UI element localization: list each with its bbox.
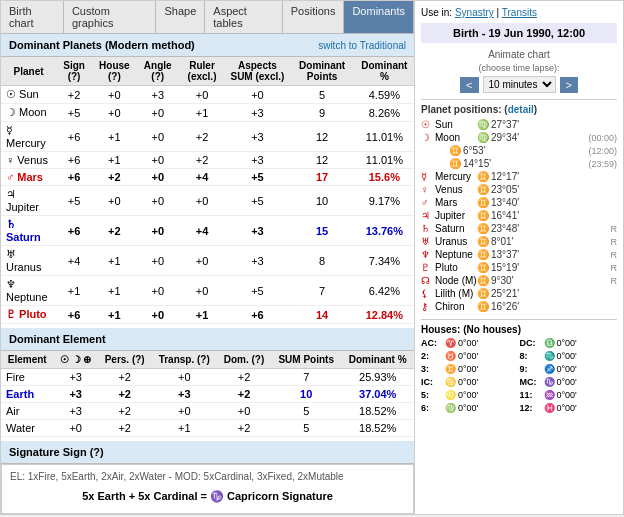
house-sign: ♎ [544,338,555,348]
planet-aspects: +0 [225,86,289,104]
element-name: Fire [1,369,53,386]
planet-ruler: +2 [179,152,226,169]
pos-sign: ♊ [477,197,491,208]
dominant-planets-table: Planet Sign (?) House (?) Angle (?) Rule… [1,57,414,324]
elem-col-pers: Pers. (?) [98,351,152,369]
planet-sign: +2 [56,86,92,104]
planet-house: +0 [92,86,137,104]
tab-dominants[interactable]: Dominants [344,1,414,33]
pos-symbol: ♀ [421,184,435,195]
planet-pct: 11.01% [355,122,414,152]
tab-shape[interactable]: Shape [156,1,205,33]
house-sign: ♒ [544,390,555,400]
planet-positions-section: Planet positions: (detail) ☉Sun♍ 27°37'☽… [421,104,617,313]
animate-sublabel: (choose time lapse): [421,63,617,73]
use-in-section: Use in: Synastry | Transits [421,7,617,18]
tab-aspect-tables[interactable]: Aspect tables [205,1,282,33]
planet-angle: +0 [137,122,179,152]
pos-name: Mars [435,197,477,208]
house-label: IC: [421,377,443,387]
planet-house: +1 [92,306,137,324]
dominant-element-table: Element ☉ ☽ ⊕ Pers. (?) Transp. (?) Dom.… [1,351,414,437]
dominant-planets-title: Dominant Planets (Modern method) [9,39,195,51]
animate-back-button[interactable]: < [460,77,478,93]
house-label: 11: [520,390,542,400]
synastry-link[interactable]: Synastry [455,7,494,18]
elem-col-pct: Dominant % [341,351,414,369]
birth-label: Birth [453,27,479,39]
planet-sign: +6 [56,306,92,324]
pos-deg: 13°37' [491,249,611,260]
planet-house: +0 [92,186,137,216]
pos-sign: ♊ [477,171,491,182]
pos-deg: 29°34' [491,132,588,143]
planet-house: +1 [92,246,137,276]
pos-symbol: ♄ [421,223,435,234]
element-points: 5 [271,403,341,420]
planet-name: ☽ Moon [1,104,56,122]
pos-sign: ♊ [477,223,491,234]
house-item: 12:♓ 0°00' [520,402,618,414]
signature-result: 5x Earth + 5x Cardinal = ♑ Capricorn Sig… [10,486,405,507]
pos-symbol: ⚸ [421,288,435,299]
right-panel: Use in: Synastry | Transits Birth - 19 J… [415,0,624,515]
planet-name: ♆ Neptune [1,276,56,306]
element-col1: +3 [53,386,98,403]
col-planet: Planet [1,57,56,86]
house-sign: ♍ [445,403,456,413]
house-sign: ♓ [544,403,555,413]
pos-symbol: ☊ [421,275,435,286]
house-item: IC:♋ 0°00' [421,376,519,388]
planet-ruler: +4 [179,169,226,186]
element-col2: +2 [98,386,152,403]
planet-name: ♅ Uranus [1,246,56,276]
planet-house: +1 [92,122,137,152]
house-deg: 0°00' [557,351,577,361]
planet-points: 9 [290,104,355,122]
animate-forward-button[interactable]: > [560,77,578,93]
house-label: 8: [520,351,542,361]
planet-points: 17 [290,169,355,186]
planet-points: 5 [290,86,355,104]
element-name: Earth [1,386,53,403]
animate-section: Animate chart (choose time lapse): < 1 m… [421,49,617,93]
house-item: 3:♊ 0°00' [421,363,519,375]
house-label: DC: [520,338,542,348]
use-in-label: Use in: [421,7,452,18]
planet-points: 8 [290,246,355,276]
planet-aspects: +5 [225,186,289,216]
planet-pct: 6.42% [355,276,414,306]
tab-birth-chart[interactable]: Birth chart [1,1,64,33]
pos-name: Moon [435,132,477,143]
planet-points: 7 [290,276,355,306]
planet-aspects: +3 [225,246,289,276]
position-row: ♂Mars♊ 13°40' [421,196,617,209]
signature-header: Signature Sign (?) [1,441,414,464]
transits-link[interactable]: Transits [502,7,537,18]
house-sign: ♏ [544,351,555,361]
house-deg: 0°00' [557,403,577,413]
elem-col-sum: SUM Points [271,351,341,369]
house-item: DC:♎ 0°00' [520,337,618,349]
col-ruler: Ruler (excl.) [179,57,226,86]
switch-to-traditional-link[interactable]: switch to Traditional [318,40,406,51]
planet-sign: +5 [56,104,92,122]
planet-ruler: +1 [179,104,226,122]
pos-symbol: ♂ [421,197,435,208]
element-pct: 37.04% [341,386,414,403]
tab-positions[interactable]: Positions [283,1,345,33]
planet-angle: +0 [137,104,179,122]
col-sign: Sign (?) [56,57,92,86]
planet-aspects: +3 [225,122,289,152]
pos-deg: 9°30' [491,275,611,286]
position-row: ♄Saturn♊ 23°48' R [421,222,617,235]
tab-custom-graphics[interactable]: Custom graphics [64,1,157,33]
element-name: Air [1,403,53,420]
pos-sign: ♊ [477,236,491,247]
detail-link[interactable]: detail [508,104,534,115]
time-lapse-select[interactable]: 1 minute 5 minutes 10 minutes 30 minutes… [483,76,556,93]
planet-aspects: +3 [225,152,289,169]
house-label: 9: [520,364,542,374]
planet-ruler: +0 [179,246,226,276]
house-label: 5: [421,390,443,400]
